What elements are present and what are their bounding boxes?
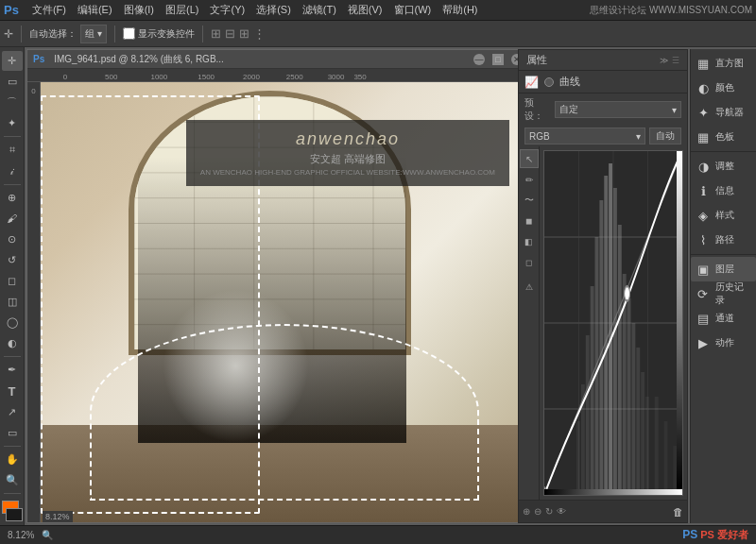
- actions-label: 动作: [715, 336, 734, 349]
- stamp-tool[interactable]: ⊙: [2, 230, 23, 249]
- rpanel-channels[interactable]: ▤ 通道: [691, 306, 756, 331]
- menu-edit[interactable]: 编辑(E): [72, 1, 118, 19]
- rpanel-styles[interactable]: ◈ 样式: [691, 203, 756, 228]
- preset-dropdown[interactable]: 自定 ▾: [555, 101, 681, 118]
- menubar-right-text: 思维设计论坛 WWW.MISSYUAN.COM: [590, 4, 752, 17]
- svg-rect-18: [595, 237, 599, 495]
- preset-label: 预设：: [524, 96, 551, 123]
- rect-select-tool[interactable]: ▭: [2, 72, 23, 92]
- canvas-image[interactable]: anwenchao 安文超 高端修图 AN WENCHAO HIGH-END G…: [41, 82, 528, 522]
- layers-icon: ▣: [695, 263, 712, 277]
- rpanel-histogram[interactable]: ▦ 直方图: [691, 51, 756, 76]
- eyedropper-mid[interactable]: ◧: [520, 232, 539, 251]
- rpanel-color[interactable]: ◐ 颜色: [691, 76, 756, 100]
- minimize-button[interactable]: —: [473, 54, 485, 65]
- hand-tool[interactable]: ✋: [2, 450, 23, 469]
- zoom-tool[interactable]: 🔍: [2, 470, 23, 490]
- eyedropper-tool[interactable]: 𝒾: [2, 162, 23, 181]
- pointer-tool[interactable]: ↖: [520, 149, 539, 168]
- svg-rect-19: [591, 286, 594, 495]
- add-point-icon[interactable]: ⊕: [523, 506, 530, 517]
- history-icon: ⟳: [695, 287, 712, 301]
- svg-rect-10: [613, 188, 617, 495]
- lasso-tool[interactable]: ⌒: [2, 93, 23, 112]
- svg-rect-17: [645, 397, 649, 495]
- remove-point-icon[interactable]: ⊖: [534, 506, 541, 517]
- pen-tool[interactable]: ✒: [2, 360, 23, 380]
- dodge-tool[interactable]: ◐: [2, 333, 23, 353]
- gradient-tool[interactable]: ◫: [2, 292, 23, 312]
- rotate-icon[interactable]: ↻: [545, 506, 553, 517]
- transform-checkbox-label[interactable]: 显示变换控件: [123, 27, 195, 41]
- transform-checkbox[interactable]: [123, 27, 135, 40]
- eye-icon[interactable]: 👁: [557, 506, 566, 517]
- svg-rect-16: [641, 372, 644, 495]
- smooth-tool[interactable]: 〜: [520, 191, 539, 210]
- eyedropper-white[interactable]: ◻: [520, 253, 539, 272]
- blur-tool[interactable]: ◯: [2, 313, 23, 332]
- left-toolbar: ✛ ▭ ⌒ ✦ ⌗ 𝒾 ⊕ 🖌 ⊙ ↺ ◻ ◫ ◯ ◐ ✒ T ↗ ▭ ✋ 🔍: [0, 47, 25, 525]
- magic-wand-tool[interactable]: ✦: [2, 113, 23, 133]
- trash-icon[interactable]: 🗑: [673, 506, 683, 518]
- svg-rect-9: [609, 163, 612, 495]
- expand-icon[interactable]: ≫: [660, 56, 668, 65]
- ruler-marks-h: 0 500 1000 1500 2000 2500 3000 350: [54, 73, 528, 81]
- swatches-icon: ▦: [695, 130, 712, 144]
- background-color[interactable]: [6, 508, 23, 521]
- eyedropper-black[interactable]: ◼: [520, 212, 539, 230]
- rpanel-info[interactable]: ℹ 信息: [691, 178, 756, 203]
- group-dropdown[interactable]: 组 ▾: [80, 25, 107, 43]
- circle-icon: [544, 77, 554, 87]
- history-label: 历史记录: [715, 280, 752, 307]
- rpanel-adjustments[interactable]: ◑ 调整: [691, 154, 756, 178]
- menu-text[interactable]: 文字(Y): [204, 1, 250, 19]
- rpanel-navigator[interactable]: ✦ 导航器: [691, 100, 756, 125]
- heal-tool[interactable]: ⊕: [2, 188, 23, 208]
- eraser-tool[interactable]: ◻: [2, 271, 23, 291]
- rpanel-paths[interactable]: ⌇ 路径: [691, 228, 756, 252]
- color-swatches[interactable]: [2, 501, 23, 521]
- menu-filter[interactable]: 滤镜(T): [297, 1, 342, 19]
- separator3: [202, 26, 203, 42]
- ruler-mark: 500: [105, 73, 117, 81]
- gradient-bar-right: [677, 151, 682, 489]
- rpanel-actions[interactable]: ▶ 动作: [691, 331, 756, 355]
- crop-tool[interactable]: ⌗: [2, 140, 23, 160]
- menu-window[interactable]: 窗口(W): [388, 1, 438, 19]
- svg-rect-15: [636, 348, 640, 495]
- auto-button[interactable]: 自动: [649, 128, 681, 144]
- channel-dropdown[interactable]: RGB ▾: [524, 128, 645, 144]
- ruler-mark: 350: [353, 73, 366, 81]
- menu-help[interactable]: 帮助(H): [437, 1, 483, 19]
- ps-logo: Ps: [4, 3, 19, 17]
- type-tool[interactable]: T: [2, 382, 23, 401]
- canvas-window: Ps IMG_9641.psd @ 8.12% (曲线 6, RGB... — …: [26, 49, 529, 523]
- ps-badge: Ps: [33, 54, 44, 64]
- rpanel-history[interactable]: ⟳ 历史记录: [691, 281, 756, 306]
- rpanel-layers[interactable]: ▣ 图层: [691, 257, 756, 281]
- move-tool[interactable]: ✛: [2, 51, 23, 71]
- distribute-icon[interactable]: ⋮: [253, 26, 266, 41]
- menu-view[interactable]: 视图(V): [342, 1, 388, 19]
- menu-file[interactable]: 文件(F): [26, 1, 72, 19]
- menu-image[interactable]: 图像(I): [118, 1, 160, 19]
- maximize-button[interactable]: □: [492, 54, 504, 65]
- path-select-tool[interactable]: ↗: [2, 402, 23, 422]
- shape-tool[interactable]: ▭: [2, 423, 23, 443]
- menu-select[interactable]: 选择(S): [250, 1, 297, 19]
- brush-tool[interactable]: 🖌: [2, 209, 23, 229]
- align-right-icon[interactable]: ⊞: [239, 26, 249, 41]
- history-brush-tool[interactable]: ↺: [2, 250, 23, 270]
- info-label: 信息: [715, 184, 734, 197]
- ruler-mark: 3000: [328, 73, 345, 81]
- pencil-tool[interactable]: ✏: [520, 170, 539, 189]
- ruler-mark: 2000: [243, 73, 260, 81]
- menu-icon[interactable]: ☰: [672, 56, 679, 65]
- menu-layer[interactable]: 图层(L): [160, 1, 204, 19]
- info-icon: ℹ: [695, 184, 712, 198]
- rpanel-swatches[interactable]: ▦ 色板: [691, 125, 756, 149]
- align-center-icon[interactable]: ⊟: [225, 26, 235, 41]
- curves-graph[interactable]: [543, 150, 683, 496]
- align-left-icon[interactable]: ⊞: [211, 26, 221, 41]
- paths-icon: ⌇: [695, 233, 712, 247]
